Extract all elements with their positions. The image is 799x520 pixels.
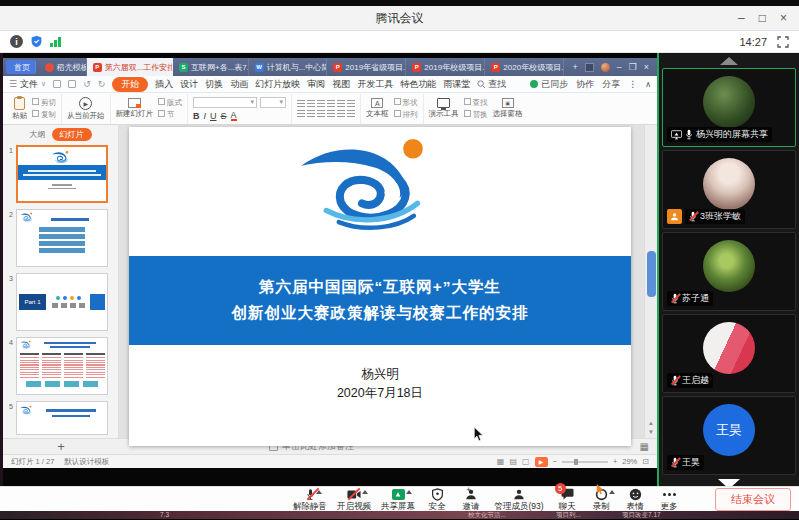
print-icon[interactable] <box>68 80 76 88</box>
record-options-caret[interactable] <box>609 490 615 494</box>
new-tab-button[interactable]: + <box>572 62 577 72</box>
layout-button[interactable]: 版式 <box>158 98 182 108</box>
thumbnail-row-1[interactable]: 1 <box>3 142 118 206</box>
play-from-current-button[interactable]: ▶从当前开始 <box>67 97 105 121</box>
copy-button[interactable]: 复制 <box>32 110 56 120</box>
shape-button[interactable]: 形状 <box>394 98 418 108</box>
security-button[interactable]: 安全 <box>420 487 454 511</box>
redo-icon[interactable]: ↻ <box>98 79 106 89</box>
font-size-select[interactable]: ▾ <box>260 97 286 108</box>
record-button[interactable]: 录制 <box>584 487 618 511</box>
unmute-button[interactable]: 解除静音 <box>288 487 332 511</box>
slide-thumbnail[interactable] <box>16 209 108 267</box>
menu-start[interactable]: 开始 <box>112 77 148 92</box>
section-button[interactable]: 节 <box>158 110 182 120</box>
menu-view[interactable]: 视图 <box>332 78 350 91</box>
menu-design[interactable]: 设计 <box>180 78 198 91</box>
meeting-info-icon[interactable]: i <box>10 35 23 48</box>
menu-slideshow[interactable]: 幻灯片放映 <box>255 78 300 91</box>
slide-thumbnail-selected[interactable] <box>16 145 108 203</box>
sorter-view-icon[interactable]: ▤ <box>509 457 517 466</box>
scroll-page-buttons[interactable]: ▲▼ <box>645 419 657 436</box>
slideshow-play-button[interactable]: ▶ <box>535 457 548 467</box>
zoom-in-button[interactable]: + <box>613 457 617 466</box>
slide-thumbnail[interactable]: Part 1 <box>16 273 108 331</box>
replace-button[interactable]: 替换 <box>464 110 488 120</box>
share-doc-button[interactable]: 分享 <box>602 78 620 91</box>
menu-transition[interactable]: 切换 <box>205 78 223 91</box>
menu-review[interactable]: 审阅 <box>307 78 325 91</box>
zoom-out-button[interactable]: − <box>553 457 557 466</box>
slides-tab[interactable]: 幻灯片 <box>52 128 92 141</box>
tab-list-icon[interactable] <box>585 63 594 72</box>
file-menu[interactable]: ☰文件∨ <box>9 78 46 91</box>
minimize-button[interactable]: – <box>738 11 745 25</box>
tab-spreadsheet[interactable]: S互联网+各...表7.17 <box>173 58 249 76</box>
current-slide[interactable]: 第六届中国国际“互联网+”大学生 创新创业大赛政策解读与校赛工作的安排 杨兴明 … <box>129 127 631 446</box>
normal-view-icon[interactable]: ▦ <box>497 457 505 466</box>
participant-tile-sharing[interactable]: 杨兴明的屏幕共享 <box>662 68 796 147</box>
find-button[interactable]: 查找 <box>464 98 488 108</box>
paragraph-tools[interactable] <box>297 100 355 118</box>
share-options-caret[interactable] <box>406 490 412 494</box>
reading-view-icon[interactable]: ▢ <box>522 457 530 466</box>
present-tools-button[interactable]: 演示工具 <box>429 98 459 119</box>
collapse-ribbon-icon[interactable]: ∧ <box>645 80 651 89</box>
underline-button[interactable]: U <box>210 111 217 121</box>
scrollbar-thumb[interactable] <box>647 251 656 297</box>
fit-window-icon[interactable]: ⊡ <box>642 457 649 466</box>
menu-rain-classroom[interactable]: 雨课堂 <box>443 78 470 91</box>
grid-view-icon[interactable]: ▦ <box>640 441 657 452</box>
strikethrough-button[interactable]: S <box>221 111 227 121</box>
chat-button[interactable]: 5 聊天 <box>550 487 584 511</box>
security-shield-icon[interactable] <box>30 35 43 48</box>
slide-thumbnail[interactable] <box>16 337 108 395</box>
tab-docer[interactable]: 稻壳模板 <box>39 58 87 76</box>
share-screen-button[interactable]: 共享屏幕 <box>376 487 420 511</box>
undo-icon[interactable]: ↺ <box>83 79 91 89</box>
participant-tile[interactable]: 苏子通 <box>662 232 796 311</box>
collab-button[interactable]: 协作 <box>576 78 594 91</box>
cut-button[interactable]: 剪切 <box>32 98 56 108</box>
thumbnail-row-4[interactable]: 4 <box>3 334 118 398</box>
textbox-button[interactable]: A文本框 <box>366 98 389 119</box>
tab-word-doc[interactable]: W计算机与...中心简介 <box>249 58 328 76</box>
new-slide-button[interactable]: 新建幻灯片 <box>116 98 154 119</box>
maximize-button[interactable]: □ <box>759 11 766 25</box>
font-family-select[interactable]: ▾ <box>193 97 257 108</box>
wps-close-button[interactable]: × <box>644 62 649 72</box>
tab-pdf-3[interactable]: P2020年校级项目.pdf <box>485 58 564 76</box>
menu-features[interactable]: 特色功能 <box>400 78 436 91</box>
bold-button[interactable]: B <box>193 111 200 121</box>
select-pane-button[interactable]: ▣选择窗格 <box>493 98 523 119</box>
tab-home[interactable]: 首页 <box>6 60 36 74</box>
close-button[interactable]: × <box>780 11 787 25</box>
vertical-scrollbar[interactable]: ▲▼ <box>644 125 657 438</box>
wps-account-avatar[interactable] <box>601 63 610 72</box>
menu-animation[interactable]: 动画 <box>230 78 248 91</box>
fullscreen-icon[interactable] <box>777 36 789 48</box>
italic-button[interactable]: I <box>204 111 207 121</box>
scroll-up-icon[interactable] <box>720 57 738 65</box>
start-video-button[interactable]: 开启视频 <box>332 487 376 511</box>
manage-members-button[interactable]: 管理成员(93) <box>488 487 550 511</box>
thumbnail-row-2[interactable]: 2 <box>3 206 118 270</box>
add-slide-button[interactable]: + <box>3 439 119 454</box>
menu-devtools[interactable]: 开发工具 <box>357 78 393 91</box>
thumbnail-row-5[interactable]: 5 <box>3 398 118 438</box>
slide-thumbnail[interactable] <box>16 401 108 435</box>
arrange-button[interactable]: 排列 <box>394 110 418 120</box>
outline-tab[interactable]: 大纲 <box>30 129 46 140</box>
wps-minimize-button[interactable]: – <box>617 62 622 72</box>
tab-pdf-2[interactable]: P2019年校级项目.pdf <box>406 58 485 76</box>
save-icon[interactable] <box>53 80 61 88</box>
menu-insert[interactable]: 插入 <box>155 78 173 91</box>
video-options-caret[interactable] <box>362 490 368 494</box>
invite-button[interactable]: + 邀请 <box>454 487 488 511</box>
emoji-button[interactable]: 表情 <box>618 487 652 511</box>
participant-tile[interactable]: 王启越 <box>662 314 796 393</box>
tab-pdf-1[interactable]: P2019年省级项目.pdf <box>327 58 406 76</box>
wps-restore-button[interactable]: ❐ <box>629 62 637 72</box>
thumbnail-row-3[interactable]: 3 Part 1 <box>3 270 118 334</box>
find-menu[interactable]: 查找 <box>477 78 506 91</box>
